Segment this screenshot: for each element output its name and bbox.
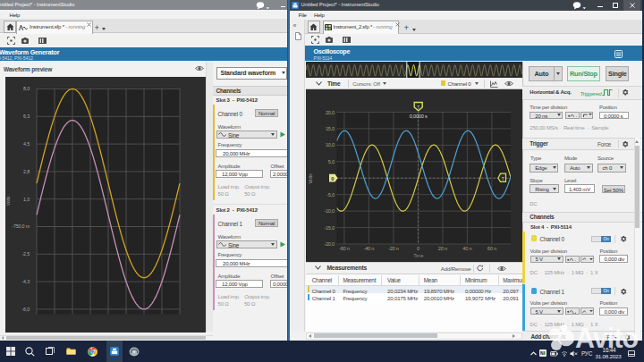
svg-text:Volts: Volts: [308, 173, 313, 184]
svg-text:20,0: 20,0: [325, 109, 334, 114]
svg-text:0: 0: [331, 175, 334, 181]
svg-text:0,0000 s: 0,0000 s: [409, 113, 427, 118]
svg-text:Time: Time: [413, 253, 423, 258]
svg-text:-60 n: -60 n: [339, 246, 350, 251]
svg-text:-15,0: -15,0: [324, 224, 335, 230]
svg-text:-20 n: -20 n: [388, 246, 399, 251]
svg-text:-2,5: -2,5: [22, 251, 30, 257]
svg-text:40 n: 40 n: [462, 246, 471, 251]
svg-text:-40 n: -40 n: [363, 246, 374, 251]
svg-text:-4,3: -4,3: [22, 278, 30, 283]
svg-text:4,5: 4,5: [23, 140, 30, 146]
svg-text:5,0: 5,0: [327, 158, 334, 164]
svg-text:Volts: Volts: [5, 196, 11, 206]
svg-text:1,0: 1,0: [23, 196, 30, 201]
svg-text:-6,0: -6,0: [22, 306, 30, 311]
svg-text:8,0: 8,0: [23, 86, 30, 91]
svg-text:-20,0: -20,0: [324, 241, 335, 247]
svg-text:10,0: 10,0: [325, 142, 334, 147]
svg-text:15,0: 15,0: [325, 125, 334, 130]
svg-text:-10,0: -10,0: [324, 208, 335, 214]
svg-text:60 n: 60 n: [487, 246, 496, 251]
svg-text:0: 0: [416, 246, 419, 251]
svg-text:6,3: 6,3: [23, 114, 30, 119]
svg-text:-750,0 m: -750,0 m: [12, 223, 30, 229]
svg-text:2,8: 2,8: [23, 168, 30, 173]
svg-text:Avito: Avito: [575, 323, 638, 353]
svg-text:-5,0: -5,0: [326, 191, 335, 197]
svg-text:20 n: 20 n: [437, 246, 446, 251]
